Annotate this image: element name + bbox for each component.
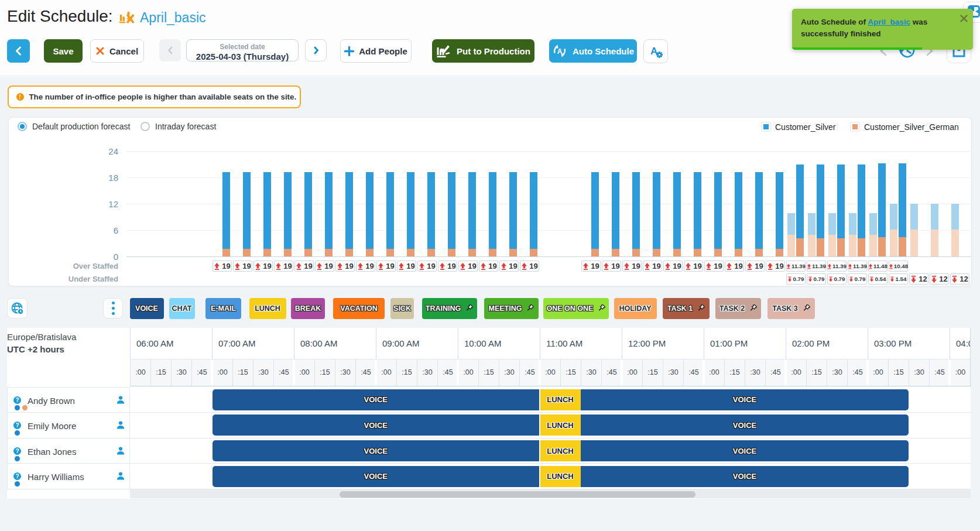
svg-text:A: A bbox=[557, 47, 563, 56]
